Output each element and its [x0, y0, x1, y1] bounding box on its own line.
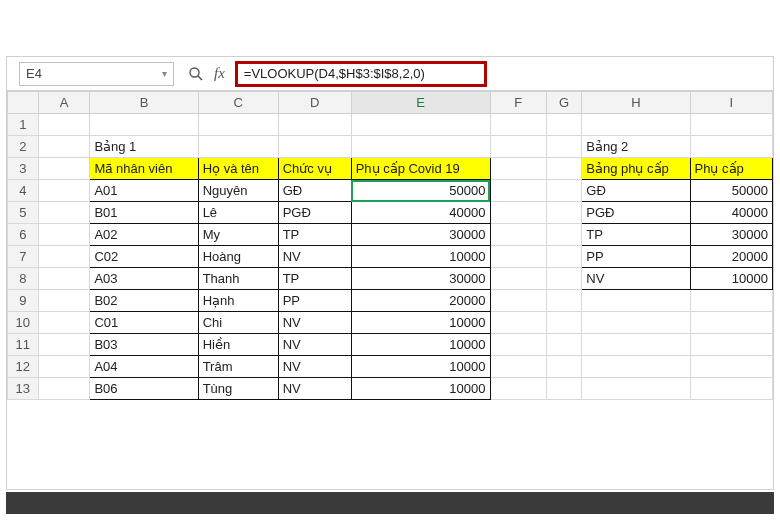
cell[interactable]	[582, 378, 690, 400]
cell[interactable]	[490, 268, 546, 290]
cell[interactable]	[490, 158, 546, 180]
table1-cell[interactable]: 10000	[351, 334, 490, 356]
cell[interactable]	[546, 290, 581, 312]
cell[interactable]	[38, 268, 90, 290]
table1-cell[interactable]: PGĐ	[278, 202, 351, 224]
table1-cell[interactable]: Hiền	[198, 334, 278, 356]
zoom-icon[interactable]	[188, 66, 204, 82]
cell[interactable]	[490, 246, 546, 268]
cell[interactable]	[278, 136, 351, 158]
row-header-9[interactable]: 9	[8, 290, 39, 312]
table1-cell[interactable]: 10000	[351, 356, 490, 378]
name-box[interactable]: E4 ▾	[19, 62, 174, 86]
table1-cell[interactable]: C01	[90, 312, 198, 334]
row-header-3[interactable]: 3	[8, 158, 39, 180]
table1-cell[interactable]: Chi	[198, 312, 278, 334]
cell[interactable]	[690, 136, 772, 158]
table1-cell[interactable]: TP	[278, 224, 351, 246]
row-header-13[interactable]: 13	[8, 378, 39, 400]
cell[interactable]	[490, 114, 546, 136]
cell[interactable]	[490, 378, 546, 400]
cell[interactable]	[582, 334, 690, 356]
row-header-7[interactable]: 7	[8, 246, 39, 268]
cell[interactable]	[690, 356, 772, 378]
row-header-8[interactable]: 8	[8, 268, 39, 290]
cell[interactable]	[351, 114, 490, 136]
table2-header[interactable]: Bảng phụ cấp	[582, 158, 690, 180]
row-header-5[interactable]: 5	[8, 202, 39, 224]
cell[interactable]	[546, 224, 581, 246]
table1-cell[interactable]: NV	[278, 356, 351, 378]
cell[interactable]	[38, 202, 90, 224]
table1-cell[interactable]: NV	[278, 312, 351, 334]
table1-header[interactable]: Mã nhân viên	[90, 158, 198, 180]
table2-cell[interactable]: NV	[582, 268, 690, 290]
row-header-2[interactable]: 2	[8, 136, 39, 158]
row-header-4[interactable]: 4	[8, 180, 39, 202]
row-header-11[interactable]: 11	[8, 334, 39, 356]
cell[interactable]	[546, 158, 581, 180]
col-header-A[interactable]: A	[38, 92, 90, 114]
table2-cell[interactable]: PP	[582, 246, 690, 268]
cell[interactable]	[38, 290, 90, 312]
table1-cell[interactable]: TP	[278, 268, 351, 290]
col-header-E[interactable]: E	[351, 92, 490, 114]
cell[interactable]	[582, 312, 690, 334]
cell[interactable]	[582, 290, 690, 312]
table1-cell[interactable]: NV	[278, 334, 351, 356]
col-header-G[interactable]: G	[546, 92, 581, 114]
cell[interactable]	[490, 290, 546, 312]
table1-cell[interactable]: 30000	[351, 268, 490, 290]
cell[interactable]	[351, 136, 490, 158]
table2-cell[interactable]: TP	[582, 224, 690, 246]
col-header-B[interactable]: B	[90, 92, 198, 114]
cell[interactable]	[198, 114, 278, 136]
table1-cell[interactable]: NV	[278, 378, 351, 400]
spreadsheet-grid[interactable]: ABCDEFGHI12Bảng 1Bảng 23Mã nhân viênHọ v…	[7, 91, 773, 489]
col-header-C[interactable]: C	[198, 92, 278, 114]
table1-cell[interactable]: Trâm	[198, 356, 278, 378]
table1-cell[interactable]: A03	[90, 268, 198, 290]
table2-title[interactable]: Bảng 2	[582, 136, 690, 158]
table2-cell[interactable]: 50000	[690, 180, 772, 202]
cell[interactable]	[490, 224, 546, 246]
col-header-D[interactable]: D	[278, 92, 351, 114]
cell[interactable]	[38, 158, 90, 180]
cell[interactable]	[546, 378, 581, 400]
cell[interactable]	[490, 202, 546, 224]
table1-header[interactable]: Họ và tên	[198, 158, 278, 180]
table1-cell[interactable]: B06	[90, 378, 198, 400]
cell[interactable]	[38, 180, 90, 202]
table1-cell[interactable]: 10000	[351, 312, 490, 334]
cell[interactable]	[546, 114, 581, 136]
table1-cell[interactable]: 10000	[351, 246, 490, 268]
table1-cell[interactable]: Lê	[198, 202, 278, 224]
table1-cell[interactable]: C02	[90, 246, 198, 268]
cell[interactable]	[582, 114, 690, 136]
table1-cell[interactable]: B02	[90, 290, 198, 312]
row-header-1[interactable]: 1	[8, 114, 39, 136]
cell[interactable]	[546, 202, 581, 224]
table1-cell[interactable]: Nguyên	[198, 180, 278, 202]
table1-cell[interactable]: 50000	[351, 180, 490, 202]
cell[interactable]	[690, 378, 772, 400]
cell[interactable]	[546, 180, 581, 202]
table1-cell[interactable]: 30000	[351, 224, 490, 246]
cell[interactable]	[278, 114, 351, 136]
table1-cell[interactable]: Tùng	[198, 378, 278, 400]
table1-cell[interactable]: A01	[90, 180, 198, 202]
table2-cell[interactable]: PGĐ	[582, 202, 690, 224]
cell[interactable]	[38, 114, 90, 136]
table1-header[interactable]: Phụ cấp Covid 19	[351, 158, 490, 180]
cell[interactable]	[490, 312, 546, 334]
table1-cell[interactable]: A04	[90, 356, 198, 378]
table1-cell[interactable]: PP	[278, 290, 351, 312]
row-header-6[interactable]: 6	[8, 224, 39, 246]
cell[interactable]	[198, 136, 278, 158]
cell[interactable]	[38, 312, 90, 334]
table1-cell[interactable]: Hoàng	[198, 246, 278, 268]
cell[interactable]	[690, 334, 772, 356]
table1-cell[interactable]: B01	[90, 202, 198, 224]
table1-title[interactable]: Bảng 1	[90, 136, 198, 158]
table2-cell[interactable]: 10000	[690, 268, 772, 290]
